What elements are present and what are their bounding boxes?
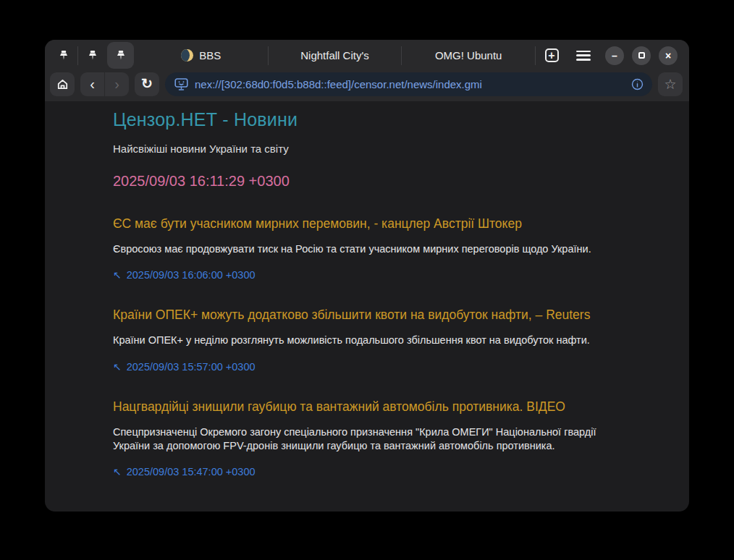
menu-button[interactable] — [568, 40, 599, 71]
article-heading: Країни ОПЕК+ можуть додатково збільшити … — [113, 307, 660, 323]
article: ЄС має бути учасником мирних перемовин, … — [113, 216, 660, 281]
hamburger-icon — [576, 51, 591, 61]
minimize-button[interactable]: – — [605, 46, 624, 65]
tab-bbs[interactable]: BBS — [135, 40, 268, 71]
close-icon: × — [665, 51, 671, 61]
plus-icon: + — [545, 48, 559, 62]
pushpin-icon — [87, 50, 98, 61]
info-icon[interactable] — [631, 78, 644, 90]
pushpin-icon — [115, 50, 127, 61]
pushpin-icon — [58, 50, 69, 61]
tab-label: BBS — [199, 49, 221, 61]
article: Нацгвардійці знищили гаубицю та вантажни… — [113, 399, 660, 478]
article-heading: Нацгвардійці знищили гаубицю та вантажни… — [113, 399, 660, 415]
pinned-tab-3-active[interactable] — [107, 42, 134, 69]
pinned-tabs — [45, 40, 135, 71]
tab-label: Nightfall City's — [300, 49, 369, 61]
link-label: 2025/09/03 15:57:00 +0300 — [127, 361, 256, 373]
pinned-tab-1[interactable] — [50, 42, 77, 69]
back-icon: ‹ — [90, 76, 95, 93]
tab-bar: BBS Nightfall City's OMG! Ubuntu + – — [45, 40, 689, 71]
star-icon: ☆ — [664, 77, 676, 91]
maximize-icon — [638, 52, 645, 59]
article-summary: Спецпризначенці Окремого загону спеціаль… — [113, 425, 596, 454]
pinned-tab-2[interactable] — [79, 42, 106, 69]
link-label: 2025/09/03 15:47:00 +0300 — [127, 466, 256, 478]
tab-omg-ubuntu[interactable]: OMG! Ubuntu — [402, 40, 535, 71]
close-button[interactable]: × — [659, 46, 678, 65]
minimize-icon: – — [612, 51, 617, 61]
moon-icon — [181, 49, 193, 61]
page-title: Цензор.НЕТ - Новини — [113, 109, 660, 130]
article-timestamp-link[interactable]: ↖ 2025/09/03 15:57:00 +0300 — [113, 361, 660, 373]
browser-window: BBS Nightfall City's OMG! Ubuntu + – — [45, 40, 689, 512]
tab-divider — [77, 46, 78, 65]
link-arrow-icon: ↖ — [113, 361, 122, 373]
feed-updated-time: 2025/09/03 16:11:29 +0300 — [113, 173, 660, 190]
reload-button[interactable]: ↻ — [135, 72, 159, 96]
link-arrow-icon: ↖ — [113, 466, 122, 478]
forward-icon: › — [114, 76, 119, 93]
link-arrow-icon: ↖ — [113, 269, 122, 281]
article-timestamp-link[interactable]: ↖ 2025/09/03 15:47:00 +0300 — [113, 466, 660, 478]
home-icon — [56, 77, 69, 91]
article-heading: ЄС має бути учасником мирних перемовин, … — [113, 216, 660, 232]
forward-button[interactable]: › — [105, 72, 129, 96]
home-button[interactable] — [50, 72, 75, 96]
link-label: 2025/09/03 16:06:00 +0300 — [127, 269, 256, 281]
navigation-toolbar: ‹ › ↻ — [45, 71, 689, 101]
page-subtitle: Найсвіжіші новини України та світу — [113, 143, 660, 155]
bookmark-button[interactable]: ☆ — [658, 72, 683, 96]
back-button[interactable]: ‹ — [80, 72, 104, 96]
new-tab-button[interactable]: + — [536, 40, 568, 71]
history-nav-group: ‹ › — [80, 72, 129, 96]
url-bar[interactable]: nex://[302:68d0:f0d5:b88d::feed]/censor.… — [165, 72, 652, 96]
maximize-button[interactable] — [632, 46, 651, 65]
page-content: Цензор.НЕТ - Новини Найсвіжіші новини Ук… — [45, 101, 689, 478]
tab-label: OMG! Ubuntu — [435, 49, 502, 61]
article-summary: Країни ОПЕК+ у неділю розглянуть можливі… — [113, 334, 596, 347]
article-timestamp-link[interactable]: ↖ 2025/09/03 16:06:00 +0300 — [113, 269, 660, 281]
window-controls: – × — [605, 46, 678, 65]
nex-protocol-icon — [174, 77, 189, 92]
url-text: nex://[302:68d0:f0d5:b88d::feed]/censor.… — [195, 78, 625, 90]
reload-icon: ↻ — [141, 75, 153, 92]
article-summary: Євросоюз має продовжувати тиск на Росію … — [113, 242, 596, 256]
tab-nightfall-citys[interactable]: Nightfall City's — [269, 40, 402, 71]
desktop-background: BBS Nightfall City's OMG! Ubuntu + – — [0, 0, 734, 560]
article: Країни ОПЕК+ можуть додатково збільшити … — [113, 307, 660, 372]
